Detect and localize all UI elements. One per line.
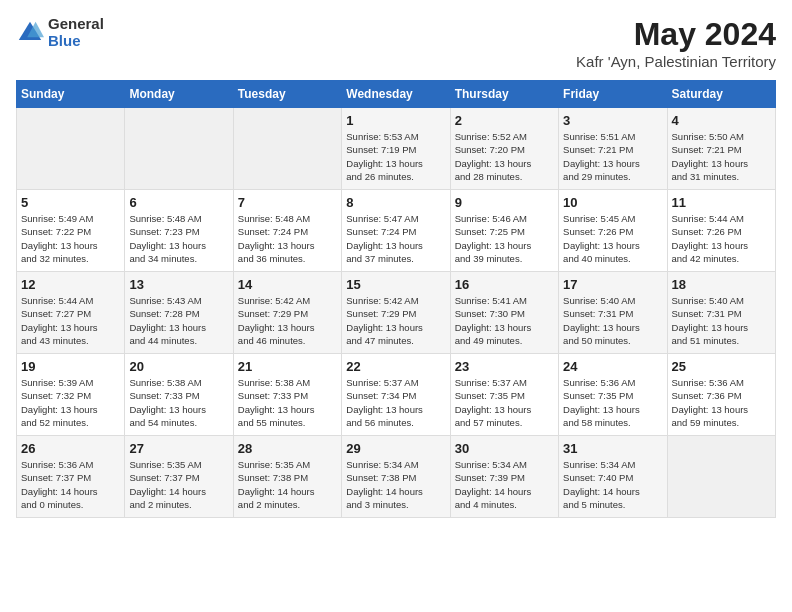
calendar-cell: 24Sunrise: 5:36 AM Sunset: 7:35 PM Dayli… xyxy=(559,354,667,436)
page-header: General Blue May 2024 Kafr 'Ayn, Palesti… xyxy=(16,16,776,70)
calendar-cell: 12Sunrise: 5:44 AM Sunset: 7:27 PM Dayli… xyxy=(17,272,125,354)
calendar-week-4: 26Sunrise: 5:36 AM Sunset: 7:37 PM Dayli… xyxy=(17,436,776,518)
logo-general: General xyxy=(48,16,104,33)
day-info: Sunrise: 5:36 AM Sunset: 7:37 PM Dayligh… xyxy=(21,458,120,511)
weekday-friday: Friday xyxy=(559,81,667,108)
calendar-cell: 5Sunrise: 5:49 AM Sunset: 7:22 PM Daylig… xyxy=(17,190,125,272)
calendar-header: SundayMondayTuesdayWednesdayThursdayFrid… xyxy=(17,81,776,108)
day-info: Sunrise: 5:41 AM Sunset: 7:30 PM Dayligh… xyxy=(455,294,554,347)
day-number: 21 xyxy=(238,359,337,374)
calendar-cell: 22Sunrise: 5:37 AM Sunset: 7:34 PM Dayli… xyxy=(342,354,450,436)
calendar-week-0: 1Sunrise: 5:53 AM Sunset: 7:19 PM Daylig… xyxy=(17,108,776,190)
day-number: 31 xyxy=(563,441,662,456)
day-number: 22 xyxy=(346,359,445,374)
day-info: Sunrise: 5:44 AM Sunset: 7:27 PM Dayligh… xyxy=(21,294,120,347)
calendar-cell: 13Sunrise: 5:43 AM Sunset: 7:28 PM Dayli… xyxy=(125,272,233,354)
day-info: Sunrise: 5:37 AM Sunset: 7:34 PM Dayligh… xyxy=(346,376,445,429)
calendar-week-3: 19Sunrise: 5:39 AM Sunset: 7:32 PM Dayli… xyxy=(17,354,776,436)
calendar-cell xyxy=(125,108,233,190)
calendar-cell: 29Sunrise: 5:34 AM Sunset: 7:38 PM Dayli… xyxy=(342,436,450,518)
day-info: Sunrise: 5:53 AM Sunset: 7:19 PM Dayligh… xyxy=(346,130,445,183)
day-number: 24 xyxy=(563,359,662,374)
day-info: Sunrise: 5:52 AM Sunset: 7:20 PM Dayligh… xyxy=(455,130,554,183)
calendar-week-1: 5Sunrise: 5:49 AM Sunset: 7:22 PM Daylig… xyxy=(17,190,776,272)
logo-icon xyxy=(16,19,44,47)
day-number: 6 xyxy=(129,195,228,210)
calendar-week-2: 12Sunrise: 5:44 AM Sunset: 7:27 PM Dayli… xyxy=(17,272,776,354)
calendar-cell: 31Sunrise: 5:34 AM Sunset: 7:40 PM Dayli… xyxy=(559,436,667,518)
day-number: 25 xyxy=(672,359,771,374)
calendar-cell: 26Sunrise: 5:36 AM Sunset: 7:37 PM Dayli… xyxy=(17,436,125,518)
day-info: Sunrise: 5:48 AM Sunset: 7:24 PM Dayligh… xyxy=(238,212,337,265)
weekday-monday: Monday xyxy=(125,81,233,108)
calendar-cell: 27Sunrise: 5:35 AM Sunset: 7:37 PM Dayli… xyxy=(125,436,233,518)
weekday-header-row: SundayMondayTuesdayWednesdayThursdayFrid… xyxy=(17,81,776,108)
calendar-cell: 3Sunrise: 5:51 AM Sunset: 7:21 PM Daylig… xyxy=(559,108,667,190)
calendar-cell xyxy=(233,108,341,190)
logo: General Blue xyxy=(16,16,104,49)
day-info: Sunrise: 5:43 AM Sunset: 7:28 PM Dayligh… xyxy=(129,294,228,347)
calendar-cell xyxy=(17,108,125,190)
calendar-cell: 7Sunrise: 5:48 AM Sunset: 7:24 PM Daylig… xyxy=(233,190,341,272)
day-info: Sunrise: 5:44 AM Sunset: 7:26 PM Dayligh… xyxy=(672,212,771,265)
title-block: May 2024 Kafr 'Ayn, Palestinian Territor… xyxy=(576,16,776,70)
day-info: Sunrise: 5:37 AM Sunset: 7:35 PM Dayligh… xyxy=(455,376,554,429)
day-info: Sunrise: 5:45 AM Sunset: 7:26 PM Dayligh… xyxy=(563,212,662,265)
logo-blue: Blue xyxy=(48,33,104,50)
calendar-cell: 19Sunrise: 5:39 AM Sunset: 7:32 PM Dayli… xyxy=(17,354,125,436)
day-number: 9 xyxy=(455,195,554,210)
day-number: 16 xyxy=(455,277,554,292)
calendar-cell: 4Sunrise: 5:50 AM Sunset: 7:21 PM Daylig… xyxy=(667,108,775,190)
day-info: Sunrise: 5:34 AM Sunset: 7:38 PM Dayligh… xyxy=(346,458,445,511)
day-number: 28 xyxy=(238,441,337,456)
day-number: 8 xyxy=(346,195,445,210)
day-number: 13 xyxy=(129,277,228,292)
day-info: Sunrise: 5:34 AM Sunset: 7:39 PM Dayligh… xyxy=(455,458,554,511)
calendar-cell xyxy=(667,436,775,518)
day-info: Sunrise: 5:36 AM Sunset: 7:36 PM Dayligh… xyxy=(672,376,771,429)
day-number: 3 xyxy=(563,113,662,128)
day-info: Sunrise: 5:49 AM Sunset: 7:22 PM Dayligh… xyxy=(21,212,120,265)
day-info: Sunrise: 5:50 AM Sunset: 7:21 PM Dayligh… xyxy=(672,130,771,183)
day-number: 1 xyxy=(346,113,445,128)
calendar-cell: 1Sunrise: 5:53 AM Sunset: 7:19 PM Daylig… xyxy=(342,108,450,190)
day-number: 10 xyxy=(563,195,662,210)
day-info: Sunrise: 5:34 AM Sunset: 7:40 PM Dayligh… xyxy=(563,458,662,511)
day-number: 15 xyxy=(346,277,445,292)
weekday-thursday: Thursday xyxy=(450,81,558,108)
page-title: May 2024 xyxy=(576,16,776,53)
day-info: Sunrise: 5:38 AM Sunset: 7:33 PM Dayligh… xyxy=(238,376,337,429)
calendar-table: SundayMondayTuesdayWednesdayThursdayFrid… xyxy=(16,80,776,518)
calendar-cell: 23Sunrise: 5:37 AM Sunset: 7:35 PM Dayli… xyxy=(450,354,558,436)
day-info: Sunrise: 5:39 AM Sunset: 7:32 PM Dayligh… xyxy=(21,376,120,429)
calendar-cell: 20Sunrise: 5:38 AM Sunset: 7:33 PM Dayli… xyxy=(125,354,233,436)
calendar-cell: 15Sunrise: 5:42 AM Sunset: 7:29 PM Dayli… xyxy=(342,272,450,354)
day-number: 18 xyxy=(672,277,771,292)
day-number: 29 xyxy=(346,441,445,456)
day-info: Sunrise: 5:47 AM Sunset: 7:24 PM Dayligh… xyxy=(346,212,445,265)
day-info: Sunrise: 5:42 AM Sunset: 7:29 PM Dayligh… xyxy=(346,294,445,347)
calendar-cell: 2Sunrise: 5:52 AM Sunset: 7:20 PM Daylig… xyxy=(450,108,558,190)
weekday-sunday: Sunday xyxy=(17,81,125,108)
day-number: 12 xyxy=(21,277,120,292)
calendar-cell: 18Sunrise: 5:40 AM Sunset: 7:31 PM Dayli… xyxy=(667,272,775,354)
calendar-cell: 28Sunrise: 5:35 AM Sunset: 7:38 PM Dayli… xyxy=(233,436,341,518)
day-number: 27 xyxy=(129,441,228,456)
weekday-wednesday: Wednesday xyxy=(342,81,450,108)
calendar-cell: 8Sunrise: 5:47 AM Sunset: 7:24 PM Daylig… xyxy=(342,190,450,272)
day-number: 30 xyxy=(455,441,554,456)
calendar-cell: 6Sunrise: 5:48 AM Sunset: 7:23 PM Daylig… xyxy=(125,190,233,272)
calendar-cell: 10Sunrise: 5:45 AM Sunset: 7:26 PM Dayli… xyxy=(559,190,667,272)
day-info: Sunrise: 5:36 AM Sunset: 7:35 PM Dayligh… xyxy=(563,376,662,429)
calendar-cell: 17Sunrise: 5:40 AM Sunset: 7:31 PM Dayli… xyxy=(559,272,667,354)
day-number: 17 xyxy=(563,277,662,292)
calendar-body: 1Sunrise: 5:53 AM Sunset: 7:19 PM Daylig… xyxy=(17,108,776,518)
day-info: Sunrise: 5:42 AM Sunset: 7:29 PM Dayligh… xyxy=(238,294,337,347)
calendar-cell: 16Sunrise: 5:41 AM Sunset: 7:30 PM Dayli… xyxy=(450,272,558,354)
calendar-cell: 21Sunrise: 5:38 AM Sunset: 7:33 PM Dayli… xyxy=(233,354,341,436)
calendar-cell: 14Sunrise: 5:42 AM Sunset: 7:29 PM Dayli… xyxy=(233,272,341,354)
day-info: Sunrise: 5:46 AM Sunset: 7:25 PM Dayligh… xyxy=(455,212,554,265)
calendar-cell: 11Sunrise: 5:44 AM Sunset: 7:26 PM Dayli… xyxy=(667,190,775,272)
day-number: 11 xyxy=(672,195,771,210)
day-number: 26 xyxy=(21,441,120,456)
